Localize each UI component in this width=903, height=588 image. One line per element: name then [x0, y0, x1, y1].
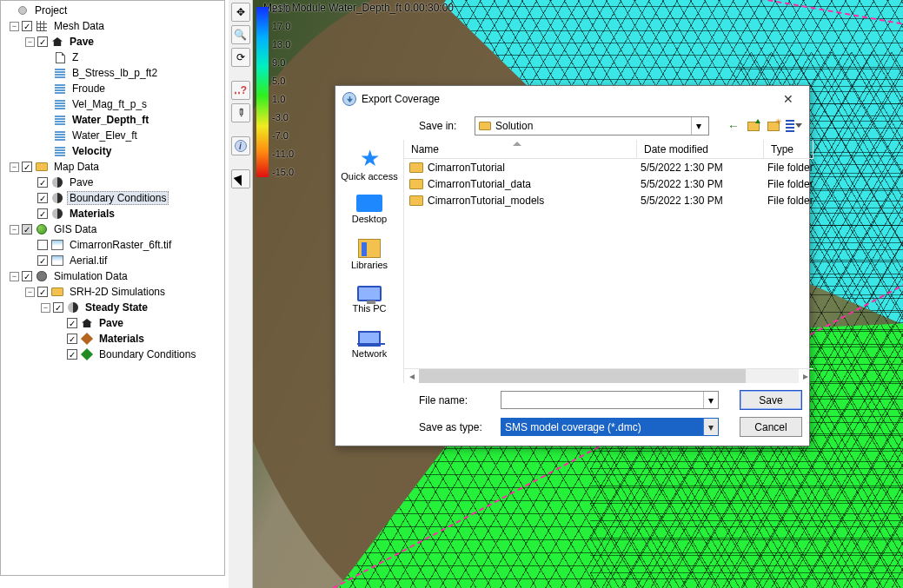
tree-map-data[interactable]: Map Data: [51, 160, 102, 174]
bc-icon: [80, 348, 94, 360]
legend-tick: 13.0: [272, 39, 290, 50]
tree-project[interactable]: Project: [32, 3, 70, 17]
viewport-title: Mesh Module Water_Depth_ft 0.00:30:00: [263, 2, 454, 14]
legend-tick: -11.0: [272, 149, 294, 159]
coverage-icon: [50, 176, 64, 188]
checkbox[interactable]: ✓: [22, 224, 32, 235]
pan-tool-button[interactable]: ✥: [231, 3, 250, 22]
scroll-thumb[interactable]: [419, 369, 746, 383]
up-folder-button[interactable]: [745, 117, 762, 135]
place-this-pc[interactable]: This PC: [335, 279, 403, 320]
place-desktop[interactable]: Desktop: [335, 188, 403, 230]
dialog-title: Export Coverage: [362, 93, 773, 105]
tree-raster[interactable]: CimarronRaster_6ft.tif: [67, 238, 174, 252]
view-menu-button[interactable]: [785, 117, 802, 135]
tree-map-pave[interactable]: Pave: [67, 175, 96, 189]
map-icon: [35, 161, 49, 173]
save-in-dropdown[interactable]: Solution ▾: [475, 116, 709, 135]
globe-icon: [35, 223, 49, 235]
tree-sim-materials[interactable]: Materials: [96, 332, 147, 346]
filename-input[interactable]: ▾: [501, 391, 719, 409]
checkbox[interactable]: ✓: [53, 302, 63, 313]
rotate-tool-button[interactable]: ⟳: [231, 48, 250, 67]
tree-srh[interactable]: SRH-2D Simulations: [67, 285, 168, 299]
tree-sim-pave[interactable]: Pave: [96, 316, 126, 330]
checkbox[interactable]: ✓: [67, 349, 77, 360]
tree-pave[interactable]: Pave: [67, 35, 96, 49]
checkbox[interactable]: ✓: [67, 334, 77, 344]
file-row[interactable]: CimarronTutorial 5/5/2022 1:30 PM File f…: [404, 159, 813, 175]
toggle-icon[interactable]: −: [10, 22, 19, 31]
sort-asc-icon: [513, 142, 521, 146]
tree-welev[interactable]: Water_Elev_ft: [70, 129, 140, 142]
checkbox[interactable]: ✓: [37, 287, 48, 297]
toggle-icon[interactable]: −: [41, 303, 50, 313]
file-row[interactable]: CimarronTutorial_models 5/5/2022 1:30 PM…: [404, 192, 813, 208]
tree-velocity[interactable]: Velocity: [70, 144, 114, 158]
back-button[interactable]: ←: [725, 117, 742, 135]
column-name[interactable]: Name: [404, 140, 637, 158]
select-tool-button[interactable]: [231, 169, 250, 188]
tree-bconds[interactable]: Boundary Conditions: [67, 191, 169, 205]
tree-z[interactable]: Z: [70, 50, 81, 64]
tree-sim-bconds[interactable]: Boundary Conditions: [96, 347, 198, 361]
tree-materials[interactable]: Materials: [67, 207, 117, 221]
tree-mesh-data[interactable]: Mesh Data: [51, 19, 107, 33]
scroll-left-icon[interactable]: ◂: [404, 369, 419, 383]
save-button[interactable]: Save: [740, 390, 802, 410]
export-coverage-dialog: Export Coverage ✕ Save in: Solution ▾ ← …: [335, 85, 810, 446]
file-list[interactable]: CimarronTutorial 5/5/2022 1:30 PM File f…: [404, 159, 813, 368]
dataset-icon: [53, 51, 67, 63]
tree-steady[interactable]: Steady State: [83, 301, 150, 314]
cancel-button[interactable]: Cancel: [740, 417, 802, 437]
zoom-tool-button[interactable]: 🔍: [231, 25, 250, 44]
checkbox[interactable]: ✓: [37, 255, 48, 266]
saveas-type-dropdown[interactable]: SMS model coverage (*.dmc)▾: [501, 418, 719, 436]
checkbox[interactable]: ✓: [22, 271, 32, 281]
checkbox[interactable]: ✓: [37, 36, 48, 47]
checkbox[interactable]: ✓: [22, 162, 32, 172]
column-date[interactable]: Date modified: [637, 140, 764, 158]
tree-velmag[interactable]: Vel_Mag_ft_p_s: [70, 97, 149, 111]
place-libraries[interactable]: Libraries: [335, 234, 403, 275]
dialog-titlebar[interactable]: Export Coverage ✕: [335, 86, 809, 112]
checkbox[interactable]: ✓: [37, 208, 48, 219]
tree-froude[interactable]: Froude: [70, 82, 108, 96]
tree-bstress[interactable]: B_Stress_lb_p_ft2: [70, 66, 160, 80]
new-folder-button[interactable]: [765, 117, 782, 135]
place-network[interactable]: Network: [335, 324, 403, 366]
folder-icon: [409, 195, 423, 206]
horizontal-scrollbar[interactable]: ◂ ▸: [404, 368, 813, 383]
measure-tool-button[interactable]: ✎: [231, 103, 250, 122]
toggle-icon[interactable]: −: [10, 162, 19, 172]
tree-gis-data[interactable]: GIS Data: [51, 222, 99, 236]
toggle-icon[interactable]: −: [25, 287, 35, 297]
toggle-icon[interactable]: −: [10, 272, 19, 281]
checkbox[interactable]: ✓: [37, 177, 48, 188]
chevron-down-icon[interactable]: ▾: [703, 419, 718, 435]
tree-aerial[interactable]: Aerial.tif: [67, 254, 110, 268]
tree-wdepth[interactable]: Water_Depth_ft: [70, 113, 151, 127]
scroll-right-icon[interactable]: ▸: [799, 369, 813, 383]
house-icon: [80, 317, 94, 329]
info-tool-button[interactable]: i: [231, 136, 250, 155]
query-tool-button[interactable]: ‥?: [231, 81, 250, 100]
file-row[interactable]: CimarronTutorial_data 5/5/2022 1:30 PM F…: [404, 175, 813, 192]
tree-sim-data[interactable]: Simulation Data: [51, 269, 130, 283]
chevron-down-icon[interactable]: ▾: [691, 117, 705, 135]
checkbox[interactable]: ✓: [37, 193, 48, 203]
filename-label: File name:: [419, 394, 490, 406]
chevron-down-icon[interactable]: ▾: [703, 392, 718, 408]
checkbox[interactable]: ✓: [22, 21, 32, 31]
toggle-icon[interactable]: −: [25, 37, 35, 47]
dataset-icon: [53, 98, 67, 110]
legend-tick: 5.0: [272, 76, 285, 86]
legend-tick: 17.0: [272, 21, 290, 31]
close-button[interactable]: ✕: [773, 89, 804, 109]
folder-icon: [479, 122, 491, 130]
place-quick-access[interactable]: ★Quick access: [335, 143, 403, 185]
checkbox[interactable]: ✓: [67, 318, 77, 328]
column-type[interactable]: Type: [764, 140, 813, 158]
checkbox[interactable]: [37, 240, 48, 250]
toggle-icon[interactable]: −: [10, 225, 19, 235]
